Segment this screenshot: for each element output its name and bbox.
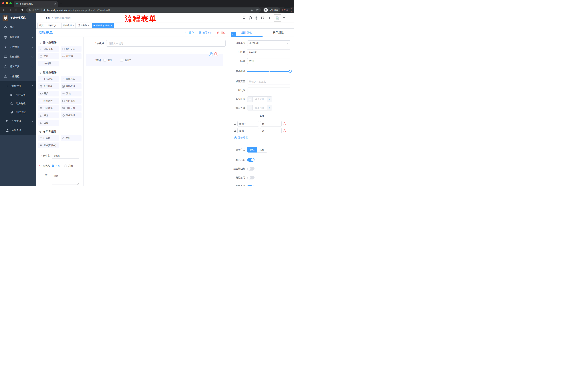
breadcrumb-home[interactable]: 首页 <box>45 16 50 20</box>
fullscreen-icon[interactable] <box>261 16 264 20</box>
option-2-text-input[interactable] <box>237 128 259 133</box>
sidebar-logo[interactable]: 芋道管理系统 <box>0 13 36 22</box>
max-select-stepper[interactable]: − 最多可选 + <box>247 105 272 110</box>
close-icon[interactable] <box>57 25 59 26</box>
sidebar-item-user-group[interactable]: 用户分组 <box>0 99 36 108</box>
textarea-resize-grip[interactable] <box>77 183 79 185</box>
minimize-window-icon[interactable] <box>6 2 8 4</box>
help-icon[interactable]: ? <box>255 16 258 20</box>
palette-item-date-picker[interactable]: 日期选择 <box>38 105 59 111</box>
status-radio-off[interactable]: 关闭 <box>64 164 73 167</box>
close-icon[interactable] <box>88 25 89 26</box>
sidebar-item-task-mgmt[interactable]: 任务管理 <box>0 117 36 126</box>
palette-item-rate[interactable]: 评分 <box>38 112 59 118</box>
palette-item-color-picker[interactable]: 颜色选择 <box>61 112 82 118</box>
gender-option-2-checkbox[interactable]: 选项二 <box>120 59 132 62</box>
close-icon[interactable] <box>111 25 112 26</box>
palette-item-textarea[interactable]: 多行文本 <box>61 46 82 52</box>
drag-handle-icon[interactable] <box>233 130 236 132</box>
search-icon[interactable] <box>243 16 246 20</box>
style-button-button[interactable]: 按钮 <box>257 147 267 152</box>
avatar-dropdown-caret-icon[interactable] <box>283 18 285 19</box>
link-affix-button[interactable] <box>231 32 236 36</box>
view-json-button[interactable]: 查看json <box>199 31 212 34</box>
key-icon[interactable] <box>250 9 253 11</box>
option-1-text-input[interactable] <box>237 121 259 127</box>
label-width-input[interactable] <box>247 79 290 85</box>
sidebar-item-process-form[interactable]: 流程表单 <box>0 90 36 99</box>
slider-track[interactable] <box>247 71 290 72</box>
border-toggle[interactable] <box>247 167 254 170</box>
palette-item-row-container[interactable]: 行容器 <box>38 135 59 141</box>
browser-tab[interactable]: 芋道管理系统 <box>14 1 58 7</box>
palette-item-checkbox-group[interactable]: 多选框组 <box>61 83 82 89</box>
palette-item-select[interactable]: 下拉选择 <box>38 76 59 82</box>
slider-handle[interactable] <box>289 70 292 73</box>
form-grid-slider[interactable] <box>247 68 290 74</box>
plus-icon[interactable]: + <box>267 105 272 110</box>
disabled-toggle[interactable] <box>247 176 254 180</box>
field-name-input[interactable] <box>247 49 290 55</box>
sidebar-item-infra[interactable]: 基础设施 <box>0 52 36 62</box>
palette-item-switch[interactable]: 开关 <box>38 91 59 96</box>
sidebar-collapse-icon[interactable] <box>39 17 42 20</box>
tag-process-form[interactable]: 流程表单 <box>77 23 91 28</box>
sidebar-item-workflow[interactable]: 工作流程 <box>0 72 36 81</box>
github-icon[interactable] <box>249 16 252 20</box>
sidebar-item-process-model[interactable]: 流程模型 <box>0 108 36 117</box>
close-window-icon[interactable] <box>2 2 4 4</box>
add-option-button[interactable]: 添加选项 <box>234 136 290 139</box>
palette-item-radio-group[interactable]: 单选框组 <box>38 83 59 89</box>
minus-icon[interactable]: − <box>247 97 252 102</box>
palette-item-single-text[interactable]: 单行文本 <box>38 46 59 52</box>
tab-component-props[interactable]: 组件属性 <box>231 29 262 37</box>
palette-item-slider[interactable]: 滑块 <box>61 91 82 96</box>
palette-item-date-range[interactable]: 日期范围 <box>61 105 82 111</box>
tag-process-form-edit[interactable]: 流程表单-编辑 <box>92 23 114 28</box>
forward-icon[interactable] <box>9 9 12 11</box>
form-name-input[interactable] <box>52 153 79 159</box>
delete-component-button[interactable] <box>214 52 218 56</box>
tab-form-props[interactable]: 表单属性 <box>262 29 294 37</box>
plus-icon[interactable]: + <box>267 97 272 102</box>
title-input[interactable] <box>247 58 290 64</box>
component-type-select[interactable]: 多选框组 <box>247 40 290 46</box>
sidebar-item-home[interactable]: 首页 <box>0 22 36 32</box>
tag-process-definition[interactable]: 流程定义 <box>46 23 60 28</box>
option-2-value-input[interactable] <box>260 128 282 133</box>
min-select-stepper[interactable]: − 至少应选 + <box>247 96 272 102</box>
palette-item-editor[interactable]: 编辑器 <box>38 61 59 66</box>
max-select-value[interactable]: 最多可选 <box>252 105 267 110</box>
show-label-toggle[interactable] <box>247 158 254 162</box>
design-canvas[interactable]: *手机号 *性别 选项一 <box>84 37 231 186</box>
remove-option-icon[interactable] <box>283 122 286 125</box>
tag-process-model[interactable]: 流程模型 <box>61 23 76 28</box>
omnibox[interactable]: 不安全 dashboard.yudao.iocoder.cn/bpm/manag… <box>26 8 261 12</box>
required-toggle[interactable] <box>247 185 254 186</box>
default-value-input[interactable] <box>247 87 290 93</box>
sidebar-item-leave-query[interactable]: 请假查询 <box>0 126 36 135</box>
traffic-lights[interactable] <box>2 2 12 4</box>
sidebar-item-system[interactable]: 系统管理 <box>0 32 36 42</box>
palette-item-time-range[interactable]: 时间范围 <box>61 98 82 104</box>
palette-item-button[interactable]: 按钮 <box>61 135 82 141</box>
palette-item-counter[interactable]: 123 计数器 <box>61 53 82 59</box>
phone-input[interactable] <box>106 40 226 47</box>
tag-home[interactable]: 首页 <box>37 23 45 28</box>
font-size-icon[interactable] <box>267 17 271 20</box>
palette-item-upload[interactable]: 上传 <box>38 120 59 126</box>
gender-option-1-checkbox[interactable]: 选项一 <box>103 59 115 62</box>
close-icon[interactable] <box>73 25 74 26</box>
sidebar-item-process-mgmt[interactable]: 流程管理 <box>0 81 36 90</box>
style-default-button[interactable]: 默认 <box>247 147 257 152</box>
palette-item-cascader[interactable]: 级联选择 <box>61 76 82 82</box>
back-icon[interactable] <box>2 9 6 11</box>
palette-item-password[interactable]: 密码 <box>38 53 59 59</box>
avatar[interactable] <box>274 14 281 22</box>
clear-button[interactable]: 清空 <box>217 31 226 34</box>
canvas-field-gender-selected[interactable]: *性别 选项一 选项二 <box>86 54 223 66</box>
min-select-value[interactable]: 至少应选 <box>252 97 267 102</box>
option-1-value-input[interactable] <box>260 121 282 127</box>
drag-handle-icon[interactable] <box>233 123 236 125</box>
canvas-field-phone[interactable]: *手机号 <box>89 40 226 47</box>
